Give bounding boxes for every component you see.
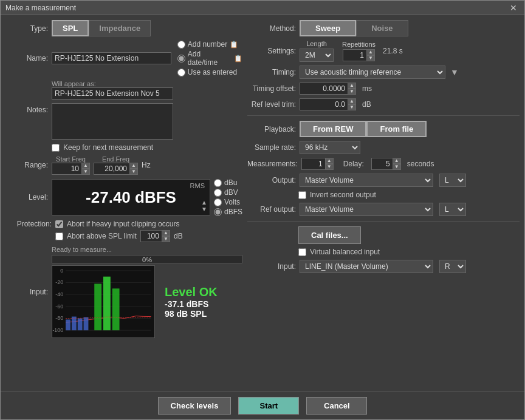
check-levels-button[interactable]: Check levels	[158, 397, 232, 415]
repetitions-down[interactable]: ▼	[366, 55, 375, 61]
hz-label: Hz	[142, 161, 151, 169]
repetitions-input[interactable]	[343, 49, 367, 61]
type-row: Type: SPL Impedance	[5, 20, 242, 36]
keep-next-label: Keep for next measurement	[63, 143, 153, 152]
input-label-right: Input:	[247, 262, 296, 271]
input-channel-select[interactable]: R L	[439, 260, 466, 273]
add-number-label: Add number	[188, 40, 227, 49]
end-freq-down[interactable]: ▼	[129, 169, 138, 175]
input-select[interactable]: LINE_IN (Master Volume)	[300, 260, 433, 273]
ref-level-down[interactable]: ▼	[348, 104, 356, 110]
add-datetime-label: Add date/time	[188, 50, 232, 67]
cal-files-button[interactable]: Cal files...	[298, 226, 361, 244]
method-btn-group: Sweep Noise	[300, 20, 408, 36]
ref-db-label: dB	[362, 100, 371, 109]
unit-radio-group: dBu dBV Volts dBFS	[214, 178, 242, 216]
level-ok-label: Level OK	[165, 285, 218, 299]
svg-rect-19	[84, 317, 89, 331]
end-freq-up[interactable]: ▲	[129, 163, 138, 169]
dbfs-radio[interactable]	[214, 208, 222, 216]
input-label-left: Input:	[5, 288, 48, 296]
ref-level-up[interactable]: ▲	[348, 98, 356, 104]
ref-level-spinner: ▲ ▼	[300, 98, 356, 110]
virtual-balanced-checkbox[interactable]	[298, 248, 306, 256]
svg-text:-80: -80	[55, 315, 63, 321]
ref-output-select[interactable]: Master Volume	[300, 203, 433, 216]
playback-btn-group: From REW From file	[300, 121, 427, 137]
dbv-radio[interactable]	[214, 189, 222, 197]
delay-up[interactable]: ▲	[393, 158, 401, 164]
repetitions-header: Repetitions	[342, 41, 376, 48]
abort-clipping-checkbox[interactable]	[55, 220, 63, 228]
name-input[interactable]	[52, 52, 171, 64]
from-file-button[interactable]: From file	[366, 121, 427, 137]
from-rew-button[interactable]: From REW	[300, 121, 366, 137]
invert-checkbox[interactable]	[298, 191, 306, 199]
add-datetime-icon[interactable]: 📋	[234, 55, 242, 63]
dbu-radio[interactable]	[214, 179, 222, 187]
abort-spl-input[interactable]	[140, 230, 162, 242]
timing-offset-row: Timing offset: ▲ ▼ ms	[247, 83, 520, 95]
timing-label: Timing:	[247, 68, 296, 76]
invert-row: Invert second output	[298, 191, 520, 199]
sweep-button[interactable]: Sweep	[300, 20, 356, 36]
add-number-icon[interactable]: 📋	[230, 41, 238, 49]
level-arrows: ▲ ▼	[201, 199, 207, 212]
measurements-input[interactable]	[301, 158, 326, 170]
volts-radio[interactable]	[214, 198, 222, 206]
add-datetime-radio[interactable]	[177, 55, 185, 63]
spl-button[interactable]: SPL	[52, 20, 89, 36]
start-freq-input[interactable]	[52, 163, 82, 175]
virtual-balanced-row: Virtual balanced input	[298, 248, 520, 256]
repetitions-up[interactable]: ▲	[366, 49, 375, 55]
abort-spl-up[interactable]: ▲	[162, 230, 170, 236]
use-as-entered-radio[interactable]	[177, 69, 185, 76]
method-label: Method:	[247, 24, 296, 33]
measurements-row: Measurements: ▲ ▼ Delay: ▲ ▼ secon	[247, 158, 520, 170]
add-number-radio[interactable]	[177, 41, 185, 49]
end-freq-input[interactable]	[94, 163, 130, 175]
ready-label: Ready to measure...	[52, 246, 242, 253]
svg-rect-15	[112, 288, 120, 330]
name-preview-input[interactable]	[52, 87, 173, 100]
timing-dropdown-icon[interactable]: ▼	[450, 67, 459, 77]
output-select[interactable]: Master Volume	[300, 174, 433, 187]
abort-spl-checkbox[interactable]	[55, 232, 63, 240]
notes-textarea[interactable]	[52, 103, 173, 140]
ref-channel-select[interactable]: L R	[439, 203, 466, 216]
start-freq-down[interactable]: ▼	[81, 169, 90, 175]
svg-rect-18	[78, 319, 83, 331]
svg-text:-40: -40	[55, 291, 63, 297]
timing-offset-label: Timing offset:	[247, 84, 296, 93]
length-spinner: 2M 1M 4M	[300, 49, 334, 62]
length-select[interactable]: 2M 1M 4M	[300, 49, 334, 62]
impedance-button[interactable]: Impedance	[89, 20, 151, 36]
delay-down[interactable]: ▼	[393, 164, 401, 170]
timing-offset-input[interactable]	[300, 83, 348, 95]
output-label: Output:	[247, 176, 296, 185]
length-header: Length	[306, 40, 327, 47]
close-button[interactable]: ✕	[507, 4, 520, 12]
timing-offset-up[interactable]: ▲	[348, 83, 356, 89]
timing-select[interactable]: Use acoustic timing reference Use direct…	[300, 66, 445, 79]
delay-spinner: ▲ ▼	[371, 158, 401, 170]
cancel-button[interactable]: Cancel	[306, 397, 367, 415]
level-row: Level: RMS -27.40 dBFS ▲ ▼ dBu dBV Volts…	[5, 178, 242, 216]
notes-row: Notes:	[5, 103, 242, 140]
noise-button[interactable]: Noise	[356, 20, 408, 36]
start-freq-spinner: ▲ ▼	[52, 163, 90, 175]
delay-input[interactable]	[371, 158, 393, 170]
sample-rate-select[interactable]: 96 kHz 44.1 kHz 48 kHz	[300, 141, 360, 154]
start-button[interactable]: Start	[238, 397, 299, 415]
notes-label: Notes:	[5, 106, 48, 114]
measurements-down[interactable]: ▼	[325, 164, 334, 170]
timing-offset-down[interactable]: ▼	[348, 89, 356, 95]
start-freq-up[interactable]: ▲	[81, 163, 90, 169]
titlebar: Make a measurement ✕	[1, 1, 524, 15]
keep-next-checkbox[interactable]	[52, 144, 60, 152]
measurements-up[interactable]: ▲	[325, 158, 334, 164]
ref-level-input[interactable]	[300, 98, 348, 110]
vu-meter: 0 -20 -40 -60 -80 -100	[52, 265, 155, 338]
abort-spl-down[interactable]: ▼	[162, 236, 170, 242]
output-channel-select[interactable]: L R	[439, 174, 466, 187]
